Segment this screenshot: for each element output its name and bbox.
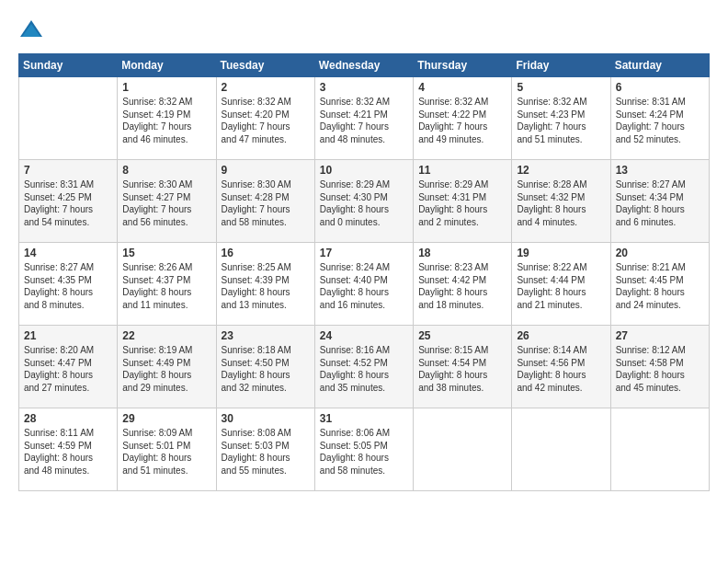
- day-number: 5: [517, 81, 605, 94]
- day-number: 13: [616, 164, 704, 177]
- col-header-wednesday: Wednesday: [314, 54, 413, 77]
- day-info: Sunrise: 8:22 AM Sunset: 4:44 PM Dayligh…: [517, 261, 605, 311]
- day-info: Sunrise: 8:29 AM Sunset: 4:31 PM Dayligh…: [418, 178, 506, 228]
- day-cell: 15Sunrise: 8:26 AM Sunset: 4:37 PM Dayli…: [118, 243, 216, 326]
- header-row: SundayMondayTuesdayWednesdayThursdayFrid…: [19, 54, 710, 77]
- day-cell: 25Sunrise: 8:15 AM Sunset: 4:54 PM Dayli…: [414, 326, 512, 408]
- day-number: 3: [320, 81, 408, 94]
- day-cell: 20Sunrise: 8:21 AM Sunset: 4:45 PM Dayli…: [610, 243, 709, 326]
- day-cell: 16Sunrise: 8:25 AM Sunset: 4:39 PM Dayli…: [216, 243, 314, 326]
- day-number: 12: [517, 164, 605, 177]
- day-number: 6: [616, 81, 704, 94]
- day-info: Sunrise: 8:20 AM Sunset: 4:47 PM Dayligh…: [24, 344, 112, 394]
- day-info: Sunrise: 8:32 AM Sunset: 4:21 PM Dayligh…: [320, 96, 408, 145]
- day-cell: [512, 408, 610, 491]
- day-number: 23: [222, 329, 310, 342]
- day-number: 11: [418, 164, 506, 177]
- day-info: Sunrise: 8:30 AM Sunset: 4:27 PM Dayligh…: [122, 178, 210, 228]
- day-cell: 17Sunrise: 8:24 AM Sunset: 4:40 PM Dayli…: [314, 243, 413, 326]
- day-number: 18: [418, 247, 506, 259]
- col-header-friday: Friday: [512, 54, 610, 77]
- day-info: Sunrise: 8:23 AM Sunset: 4:42 PM Dayligh…: [418, 261, 506, 311]
- day-info: Sunrise: 8:32 AM Sunset: 4:20 PM Dayligh…: [222, 96, 310, 145]
- day-number: 28: [24, 412, 112, 425]
- day-cell: 22Sunrise: 8:19 AM Sunset: 4:49 PM Dayli…: [118, 326, 216, 408]
- day-info: Sunrise: 8:30 AM Sunset: 4:28 PM Dayligh…: [222, 178, 310, 228]
- col-header-thursday: Thursday: [414, 54, 512, 77]
- week-row-2: 7Sunrise: 8:31 AM Sunset: 4:25 PM Daylig…: [19, 160, 710, 243]
- day-info: Sunrise: 8:16 AM Sunset: 4:52 PM Dayligh…: [320, 344, 408, 394]
- day-number: 7: [24, 164, 112, 177]
- day-info: Sunrise: 8:32 AM Sunset: 4:19 PM Dayligh…: [122, 96, 210, 145]
- day-info: Sunrise: 8:08 AM Sunset: 5:03 PM Dayligh…: [222, 427, 310, 477]
- day-cell: 14Sunrise: 8:27 AM Sunset: 4:35 PM Dayli…: [19, 243, 118, 326]
- col-header-monday: Monday: [118, 54, 216, 77]
- day-info: Sunrise: 8:26 AM Sunset: 4:37 PM Dayligh…: [122, 261, 210, 311]
- day-info: Sunrise: 8:21 AM Sunset: 4:45 PM Dayligh…: [616, 261, 704, 311]
- day-number: 14: [24, 247, 112, 259]
- day-info: Sunrise: 8:32 AM Sunset: 4:23 PM Dayligh…: [517, 96, 605, 145]
- day-info: Sunrise: 8:32 AM Sunset: 4:22 PM Dayligh…: [418, 96, 506, 145]
- day-cell: 2Sunrise: 8:32 AM Sunset: 4:20 PM Daylig…: [216, 77, 314, 160]
- day-info: Sunrise: 8:27 AM Sunset: 4:35 PM Dayligh…: [24, 261, 112, 311]
- day-info: Sunrise: 8:27 AM Sunset: 4:34 PM Dayligh…: [616, 178, 704, 228]
- day-cell: 10Sunrise: 8:29 AM Sunset: 4:30 PM Dayli…: [314, 160, 413, 243]
- day-number: 31: [320, 412, 408, 425]
- day-number: 4: [418, 81, 506, 94]
- day-cell: [610, 408, 709, 491]
- day-number: 2: [222, 81, 310, 94]
- week-row-3: 14Sunrise: 8:27 AM Sunset: 4:35 PM Dayli…: [19, 243, 710, 326]
- day-info: Sunrise: 8:11 AM Sunset: 4:59 PM Dayligh…: [24, 427, 112, 477]
- day-cell: 8Sunrise: 8:30 AM Sunset: 4:27 PM Daylig…: [118, 160, 216, 243]
- day-info: Sunrise: 8:31 AM Sunset: 4:24 PM Dayligh…: [616, 96, 704, 145]
- day-number: 25: [418, 329, 506, 342]
- day-number: 16: [222, 247, 310, 259]
- day-number: 24: [320, 329, 408, 342]
- day-number: 19: [517, 247, 605, 259]
- day-info: Sunrise: 8:19 AM Sunset: 4:49 PM Dayligh…: [122, 344, 210, 394]
- day-number: 15: [122, 247, 210, 259]
- day-info: Sunrise: 8:29 AM Sunset: 4:30 PM Dayligh…: [320, 178, 408, 228]
- day-cell: 12Sunrise: 8:28 AM Sunset: 4:32 PM Dayli…: [512, 160, 610, 243]
- week-row-4: 21Sunrise: 8:20 AM Sunset: 4:47 PM Dayli…: [19, 326, 710, 408]
- day-info: Sunrise: 8:06 AM Sunset: 5:05 PM Dayligh…: [320, 427, 408, 477]
- day-number: 17: [320, 247, 408, 259]
- day-number: 9: [222, 164, 310, 177]
- week-row-5: 28Sunrise: 8:11 AM Sunset: 4:59 PM Dayli…: [19, 408, 710, 491]
- day-info: Sunrise: 8:24 AM Sunset: 4:40 PM Dayligh…: [320, 261, 408, 311]
- day-cell: 31Sunrise: 8:06 AM Sunset: 5:05 PM Dayli…: [314, 408, 413, 491]
- day-cell: 30Sunrise: 8:08 AM Sunset: 5:03 PM Dayli…: [216, 408, 314, 491]
- col-header-saturday: Saturday: [610, 54, 709, 77]
- day-number: 1: [122, 81, 210, 94]
- calendar-table: SundayMondayTuesdayWednesdayThursdayFrid…: [18, 53, 710, 491]
- day-info: Sunrise: 8:12 AM Sunset: 4:58 PM Dayligh…: [616, 344, 704, 394]
- header: [18, 18, 710, 44]
- day-cell: 28Sunrise: 8:11 AM Sunset: 4:59 PM Dayli…: [19, 408, 118, 491]
- week-row-1: 1Sunrise: 8:32 AM Sunset: 4:19 PM Daylig…: [19, 77, 710, 160]
- day-info: Sunrise: 8:18 AM Sunset: 4:50 PM Dayligh…: [222, 344, 310, 394]
- page: SundayMondayTuesdayWednesdayThursdayFrid…: [0, 0, 728, 563]
- day-info: Sunrise: 8:14 AM Sunset: 4:56 PM Dayligh…: [517, 344, 605, 394]
- day-cell: 24Sunrise: 8:16 AM Sunset: 4:52 PM Dayli…: [314, 326, 413, 408]
- day-number: 21: [24, 329, 112, 342]
- day-cell: 5Sunrise: 8:32 AM Sunset: 4:23 PM Daylig…: [512, 77, 610, 160]
- day-cell: 19Sunrise: 8:22 AM Sunset: 4:44 PM Dayli…: [512, 243, 610, 326]
- day-cell: [19, 77, 118, 160]
- day-number: 10: [320, 164, 408, 177]
- day-info: Sunrise: 8:31 AM Sunset: 4:25 PM Dayligh…: [24, 178, 112, 228]
- day-cell: 6Sunrise: 8:31 AM Sunset: 4:24 PM Daylig…: [610, 77, 709, 160]
- day-info: Sunrise: 8:15 AM Sunset: 4:54 PM Dayligh…: [418, 344, 506, 394]
- day-cell: 9Sunrise: 8:30 AM Sunset: 4:28 PM Daylig…: [216, 160, 314, 243]
- col-header-tuesday: Tuesday: [216, 54, 314, 77]
- day-cell: 29Sunrise: 8:09 AM Sunset: 5:01 PM Dayli…: [118, 408, 216, 491]
- day-cell: 23Sunrise: 8:18 AM Sunset: 4:50 PM Dayli…: [216, 326, 314, 408]
- day-cell: 3Sunrise: 8:32 AM Sunset: 4:21 PM Daylig…: [314, 77, 413, 160]
- day-number: 29: [122, 412, 210, 425]
- day-cell: 11Sunrise: 8:29 AM Sunset: 4:31 PM Dayli…: [414, 160, 512, 243]
- day-info: Sunrise: 8:09 AM Sunset: 5:01 PM Dayligh…: [122, 427, 210, 477]
- day-cell: 7Sunrise: 8:31 AM Sunset: 4:25 PM Daylig…: [19, 160, 118, 243]
- day-cell: 26Sunrise: 8:14 AM Sunset: 4:56 PM Dayli…: [512, 326, 610, 408]
- day-cell: 4Sunrise: 8:32 AM Sunset: 4:22 PM Daylig…: [414, 77, 512, 160]
- day-cell: [414, 408, 512, 491]
- day-number: 22: [122, 329, 210, 342]
